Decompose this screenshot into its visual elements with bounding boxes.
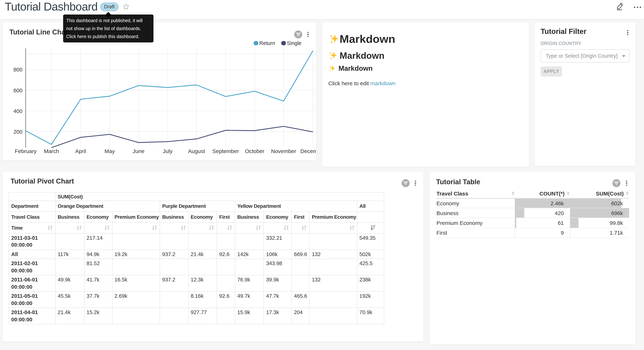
pivot-col-sort[interactable]: [235, 222, 264, 233]
pivot-value-cell: 81.52: [84, 259, 112, 275]
filter-indicator-icon[interactable]: [402, 179, 410, 187]
page-title[interactable]: Tutorial Dashboard: [5, 0, 98, 14]
pivot-class-header: Business: [160, 212, 188, 222]
legend-item-single[interactable]: Single: [281, 40, 302, 46]
pivot-value-cell: [160, 233, 188, 250]
pivot-value-cell: [112, 308, 160, 324]
pivot-class-header: Business: [235, 212, 264, 222]
pivot-corner-cell: [9, 192, 55, 201]
markdown-paragraph: Click here to edit markdown: [328, 80, 522, 86]
filter-field-label: ORIGIN COUNTRY: [540, 41, 582, 46]
data-table: Travel ClassCOUNT(*)SUM(Cost)Economy2.46…: [436, 189, 629, 238]
pivot-col-sort[interactable]: [310, 222, 357, 233]
cell-count: 9: [515, 228, 570, 238]
svg-text:April: April: [75, 148, 86, 154]
edit-dashboard-icon[interactable]: [616, 2, 624, 12]
table-title[interactable]: Tutorial Table: [436, 178, 480, 186]
pivot-class-header: Economy: [188, 212, 217, 222]
pivot-col-sort[interactable]: [264, 222, 292, 233]
pivot-value-cell: [310, 259, 357, 275]
markdown-card[interactable]: Markdown Markdown Markdown Click here to: [322, 22, 529, 167]
cell-count: 61: [515, 218, 570, 228]
filter-card: Tutorial Filter ORIGIN COUNTRY Type or S…: [534, 22, 635, 166]
sparkles-icon: [328, 51, 338, 60]
pivot-value-cell: 2.69k: [112, 292, 160, 308]
svg-text:October: October: [245, 148, 264, 154]
table-row: Business420696k: [436, 208, 629, 218]
pivot-department-header: Purple Department: [160, 201, 235, 212]
pivot-class-header: Premium Economy: [112, 212, 160, 222]
pivot-col-sort-active[interactable]: [357, 222, 384, 233]
cell-sum: 602k: [570, 198, 629, 208]
sort-caret-icon: [626, 192, 629, 195]
filter-indicator-icon[interactable]: [612, 179, 620, 187]
pivot-value-cell: 332.21: [264, 233, 292, 250]
legend-item-return[interactable]: Return: [254, 40, 275, 46]
pivot-row-label: 2011-05-0100:00:00: [9, 292, 55, 308]
pivot-row2-label: Travel Class: [9, 212, 55, 222]
filter-title[interactable]: Tutorial Filter: [540, 28, 586, 36]
sparkles-icon: [328, 65, 336, 72]
pivot-row-label: 2011-06-0100:00:00: [9, 275, 55, 292]
svg-text:May: May: [104, 148, 115, 154]
pivot-value-cell: [292, 233, 310, 250]
pivot-value-cell: 343.98: [264, 259, 292, 275]
pivot-time-sort[interactable]: Time: [9, 222, 55, 233]
pivot-col-sort[interactable]: [217, 222, 235, 233]
pivot-col-sort[interactable]: [292, 222, 310, 233]
pivot-value-cell: 94.9k: [84, 250, 112, 259]
pivot-col-sort[interactable]: [55, 222, 84, 233]
pivot-value-cell: [217, 275, 235, 292]
pivot-value-cell: 465.6: [292, 292, 310, 308]
pivot-department-header: Orange Department: [55, 201, 160, 212]
chart-legend[interactable]: ReturnSingle: [254, 40, 302, 46]
pivot-value-cell: [160, 259, 188, 275]
chart-menu-icon[interactable]: [414, 179, 417, 187]
pivot-class-header: [357, 212, 384, 222]
cell-travel-class: Business: [436, 208, 515, 218]
sort-caret-icon: [512, 192, 514, 195]
pivot-value-cell: 502k: [357, 250, 384, 259]
pivot-col-sort[interactable]: [188, 222, 217, 233]
pivot-value-cell: [188, 233, 217, 250]
svg-text:August: August: [188, 148, 205, 154]
dashboard-viewport: Tutorial Dashboard Draft: [0, 0, 644, 350]
filter-menu-icon[interactable]: [626, 29, 630, 37]
pivot-value-cell: [310, 308, 357, 324]
pivot-value-cell: 49.7k: [235, 292, 264, 308]
svg-text:September: September: [212, 148, 239, 154]
draft-badge[interactable]: Draft: [100, 2, 119, 11]
pivot-value-cell: 132: [310, 250, 357, 259]
pivot-row1-label: Department: [9, 201, 55, 212]
sparkles-icon: [328, 34, 339, 44]
apply-button[interactable]: APPLY: [540, 66, 562, 76]
pivot-value-cell: 106k: [264, 250, 292, 259]
pivot-value-cell: [217, 259, 235, 275]
chart-menu-icon[interactable]: [625, 179, 628, 187]
pivot-value-cell: 15.2k: [84, 308, 112, 324]
pivot-col-sort[interactable]: [84, 222, 112, 233]
column-header-count[interactable]: COUNT(*): [515, 189, 570, 198]
pivot-value-cell: 92.6: [217, 250, 235, 259]
svg-text:600: 600: [13, 88, 22, 94]
svg-text:June: June: [132, 148, 144, 154]
pivot-value-cell: 549.35: [357, 233, 384, 250]
favorite-star-icon[interactable]: [123, 3, 130, 10]
pivot-col-sort[interactable]: [112, 222, 160, 233]
pivot-value-cell: [292, 275, 310, 292]
more-options-icon[interactable]: [633, 4, 642, 10]
pivot-col-sort[interactable]: [160, 222, 188, 233]
cell-count: 2.46k: [515, 198, 570, 208]
pivot-value-cell: [188, 259, 217, 275]
pivot-row-label: 2011-02-0100:00:00: [9, 259, 55, 275]
pivot-value-cell: [235, 233, 264, 250]
column-header-sum-cost[interactable]: SUM(Cost): [570, 189, 629, 198]
column-header-travel-class[interactable]: Travel Class: [436, 189, 515, 198]
pivot-chart-title[interactable]: Tutorial Pivot Chart: [10, 177, 74, 185]
legend-dot: [281, 41, 286, 46]
origin-country-select[interactable]: Type or Select [Origin Country]: [540, 49, 629, 62]
markdown-link[interactable]: markdown: [370, 80, 396, 86]
select-placeholder: Type or Select [Origin Country]: [546, 53, 618, 58]
pivot-value-cell: [235, 259, 264, 275]
pivot-value-cell: [160, 308, 188, 324]
